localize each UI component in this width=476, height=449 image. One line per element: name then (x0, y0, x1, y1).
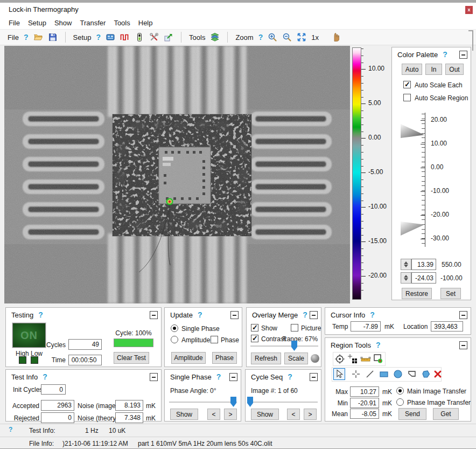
clear-test-button[interactable]: Clear Test (114, 352, 149, 364)
cycle-slider-thumb[interactable] (247, 397, 253, 407)
center-target-tool-icon[interactable] (334, 353, 346, 365)
help-icon[interactable]: ? (43, 372, 47, 381)
restore-button[interactable]: Restore (402, 288, 432, 299)
wrench-screwdriver-icon[interactable] (149, 32, 159, 42)
range-slider-thumb[interactable] (291, 341, 297, 351)
collapse-button[interactable] (459, 51, 467, 59)
hardware-setup-icon[interactable] (106, 32, 115, 42)
phase-slider-track[interactable] (169, 402, 237, 403)
color-scale-bar (352, 47, 361, 300)
pointer-tool-icon[interactable] (333, 368, 345, 380)
collapse-button[interactable] (310, 373, 318, 381)
menu-transfer[interactable]: Transfer (80, 19, 106, 27)
collapse-button[interactable] (459, 341, 467, 349)
range-slider-track[interactable] (250, 346, 318, 347)
amplitude-radio[interactable] (171, 336, 178, 343)
send-button[interactable]: Send (398, 408, 426, 420)
lower-value-field[interactable]: -24.03 (411, 272, 436, 284)
out-button[interactable]: Out (445, 64, 464, 75)
phase-button[interactable]: Phase (212, 352, 237, 364)
menu-setup[interactable]: Setup (28, 19, 46, 27)
upper-value-spinner[interactable] (401, 259, 411, 270)
waveform-icon[interactable] (120, 32, 130, 42)
auto-button[interactable]: Auto (402, 64, 422, 75)
menu-show[interactable]: Show (54, 19, 72, 27)
scale-button[interactable]: Scale (284, 353, 308, 364)
init-cycles-field[interactable]: 0 (41, 384, 66, 395)
zoom-help-icon[interactable]: ? (258, 33, 263, 42)
collapse-button[interactable] (229, 373, 237, 381)
zoom-in-icon[interactable] (268, 32, 277, 42)
refresh-button[interactable]: Refresh (251, 353, 281, 364)
region-point-tool-icon[interactable] (372, 353, 384, 365)
open-file-icon[interactable] (33, 32, 43, 42)
panel-title: Cycle Seq (251, 373, 283, 381)
polygon-outline-tool-icon[interactable] (406, 368, 418, 380)
image-number-label: Image #: 1 of 60 (251, 387, 298, 395)
collapse-button[interactable] (310, 311, 318, 319)
layers-icon[interactable] (210, 32, 220, 42)
ellipse-tool-icon[interactable] (392, 368, 404, 380)
help-icon[interactable]: ? (198, 310, 202, 319)
help-icon[interactable]: ? (303, 310, 307, 319)
file-help-icon[interactable]: ? (24, 33, 29, 42)
help-icon[interactable]: ? (370, 310, 375, 319)
close-button[interactable]: x (465, 6, 473, 14)
collapse-button[interactable] (150, 373, 158, 381)
phase-slider-thumb[interactable] (230, 397, 236, 407)
get-button[interactable]: Get (433, 408, 459, 420)
contrast-checkbox[interactable] (251, 335, 258, 342)
menu-help[interactable]: Help (138, 19, 153, 27)
pan-hand-icon[interactable] (331, 32, 341, 42)
set-button[interactable]: Set (440, 288, 461, 299)
help-icon[interactable]: ? (376, 341, 381, 349)
delete-region-icon[interactable] (432, 368, 444, 380)
ruler-tool-icon[interactable] (360, 353, 372, 365)
next-cycle-button[interactable]: > (304, 409, 317, 420)
zoom-out-icon[interactable] (282, 32, 292, 42)
status-help-icon[interactable]: ? (9, 426, 12, 433)
prev-phase-button[interactable]: < (207, 409, 220, 420)
lower-value-spinner[interactable] (401, 272, 411, 284)
thermal-image[interactable] (4, 46, 350, 303)
panel-title: Overlay Merge (252, 311, 298, 319)
line-tool-icon[interactable] (364, 368, 376, 380)
picture-checkbox[interactable] (291, 324, 298, 331)
menu-file[interactable]: File (9, 19, 20, 27)
pixel-grid-tool-icon[interactable] (347, 353, 359, 365)
help-icon[interactable]: ? (443, 50, 447, 59)
help-icon[interactable]: ? (38, 310, 43, 319)
transfer-out-icon[interactable] (164, 32, 173, 42)
help-icon[interactable]: ? (216, 372, 221, 381)
auto-scale-each-checkbox[interactable] (403, 81, 411, 88)
title-bar: Lock-in Thermography x (0, 3, 476, 17)
collapse-button[interactable] (459, 311, 467, 319)
menu-tools[interactable]: Tools (114, 19, 130, 27)
rectangle-tool-icon[interactable] (378, 368, 390, 380)
setup-help-icon[interactable]: ? (96, 33, 101, 42)
save-icon[interactable] (48, 32, 58, 42)
phase-image-transfer-radio[interactable] (396, 398, 404, 406)
polygon-filled-tool-icon[interactable] (420, 368, 432, 380)
zoom-fit-icon[interactable] (297, 32, 306, 42)
single-phase-radio[interactable] (171, 324, 178, 332)
in-button[interactable]: In (425, 64, 442, 75)
update-panel: Update? Single Phase Amplitude Phase Amp… (164, 307, 242, 367)
amplitude-button[interactable]: Amplitude (171, 352, 206, 364)
phase-checkbox[interactable] (211, 336, 218, 343)
prev-cycle-button[interactable]: < (287, 409, 300, 420)
collapse-button[interactable] (230, 311, 239, 319)
crosshair-tool-icon[interactable] (350, 368, 362, 380)
thermal-image-view[interactable] (4, 46, 350, 303)
main-image-transfer-radio[interactable] (396, 387, 404, 395)
show-cycle-button[interactable]: Show (251, 409, 279, 420)
help-icon[interactable]: ? (288, 372, 292, 381)
show-phase-button[interactable]: Show (170, 409, 198, 420)
upper-value-field[interactable]: 13.39 (411, 259, 436, 270)
auto-scale-region-checkbox[interactable] (403, 94, 411, 101)
collapse-button[interactable] (150, 311, 158, 319)
next-phase-button[interactable]: > (224, 409, 237, 420)
show-checkbox[interactable] (251, 324, 258, 331)
battery-icon[interactable] (135, 32, 144, 42)
cycle-slider-track[interactable] (250, 402, 318, 403)
